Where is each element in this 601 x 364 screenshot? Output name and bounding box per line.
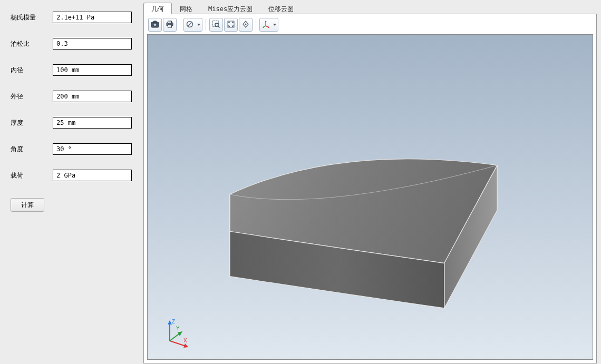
input-inner-diameter[interactable] bbox=[53, 64, 132, 76]
tab-bar: 几何 网格 Mises应力云图 位移云图 bbox=[143, 2, 597, 14]
row-thickness: 厚度 bbox=[11, 117, 132, 129]
svg-rect-1 bbox=[153, 21, 157, 23]
toggle-visibility-button[interactable] bbox=[183, 18, 202, 32]
calculate-button[interactable]: 计算 bbox=[11, 198, 44, 212]
viewer-panel: 几何 网格 Mises应力云图 位移云图 bbox=[142, 0, 601, 364]
svg-point-3 bbox=[154, 24, 156, 25]
input-thickness[interactable] bbox=[53, 117, 132, 129]
svg-rect-6 bbox=[168, 25, 172, 27]
label-angle: 角度 bbox=[11, 145, 53, 154]
input-load[interactable] bbox=[53, 170, 132, 181]
tab-mesh[interactable]: 网格 bbox=[172, 3, 200, 14]
tab-geometry-label: 几何 bbox=[151, 5, 164, 13]
label-poisson: 泊松比 bbox=[11, 40, 53, 48]
svg-point-10 bbox=[215, 23, 218, 26]
tab-displacement-label: 位移云图 bbox=[268, 5, 294, 13]
camera-icon bbox=[151, 21, 159, 29]
tab-displacement[interactable]: 位移云图 bbox=[260, 3, 302, 14]
axis-x-label: X bbox=[183, 338, 187, 343]
chevron-down-icon bbox=[273, 24, 276, 26]
fit-view-button[interactable] bbox=[224, 18, 238, 32]
chevron-down-icon bbox=[197, 24, 200, 26]
rotate-icon bbox=[241, 20, 250, 30]
tab-mises[interactable]: Mises应力云图 bbox=[200, 3, 260, 14]
zoom-area-button[interactable] bbox=[209, 18, 223, 32]
row-load: 载荷 bbox=[11, 170, 132, 181]
viewer-container: Z X Y bbox=[143, 14, 597, 363]
print-icon bbox=[166, 21, 174, 29]
label-youngs-modulus: 杨氏模量 bbox=[11, 13, 53, 22]
disable-icon bbox=[186, 21, 193, 29]
axis-z-label: Z bbox=[172, 319, 175, 324]
tab-geometry[interactable]: 几何 bbox=[143, 3, 172, 14]
input-outer-diameter[interactable] bbox=[53, 91, 132, 102]
coordinate-triad: Z X Y bbox=[160, 317, 192, 349]
svg-line-8 bbox=[188, 22, 192, 26]
label-thickness: 厚度 bbox=[11, 119, 53, 127]
label-outer-diameter: 外径 bbox=[11, 92, 53, 101]
row-youngs-modulus: 杨氏模量 bbox=[11, 12, 132, 23]
label-load: 载荷 bbox=[11, 171, 53, 180]
rotate-view-button[interactable] bbox=[239, 18, 253, 32]
input-angle[interactable] bbox=[53, 143, 132, 155]
input-youngs-modulus[interactable] bbox=[53, 12, 132, 23]
input-poisson[interactable] bbox=[53, 38, 132, 50]
toolbar-separator bbox=[206, 19, 206, 31]
print-button[interactable] bbox=[163, 18, 177, 32]
svg-marker-16 bbox=[265, 21, 267, 22]
viewer-toolbar bbox=[147, 17, 593, 32]
row-inner-diameter: 内径 bbox=[11, 64, 132, 76]
svg-marker-23 bbox=[168, 320, 172, 324]
parameter-panel: 杨氏模量 泊松比 内径 外径 厚度 角度 载荷 计算 bbox=[0, 0, 142, 364]
row-angle: 角度 bbox=[11, 143, 132, 155]
toolbar-separator bbox=[256, 19, 256, 31]
svg-point-14 bbox=[245, 23, 247, 25]
fit-icon bbox=[227, 20, 235, 30]
label-inner-diameter: 内径 bbox=[11, 66, 53, 75]
axes-icon bbox=[262, 20, 270, 30]
tab-mesh-label: 网格 bbox=[180, 5, 192, 13]
row-outer-diameter: 外径 bbox=[11, 91, 132, 102]
geometry-render bbox=[148, 35, 593, 359]
toolbar-separator bbox=[180, 19, 180, 31]
row-poisson: 泊松比 bbox=[11, 38, 132, 50]
orientation-button[interactable] bbox=[259, 18, 278, 32]
svg-rect-5 bbox=[168, 21, 172, 23]
axis-y-label: Y bbox=[176, 326, 180, 331]
zoom-area-icon bbox=[212, 20, 220, 30]
snapshot-button[interactable] bbox=[148, 18, 162, 32]
tab-mises-label: Mises应力云图 bbox=[208, 5, 253, 13]
viewport-3d[interactable]: Z X Y bbox=[147, 34, 593, 360]
